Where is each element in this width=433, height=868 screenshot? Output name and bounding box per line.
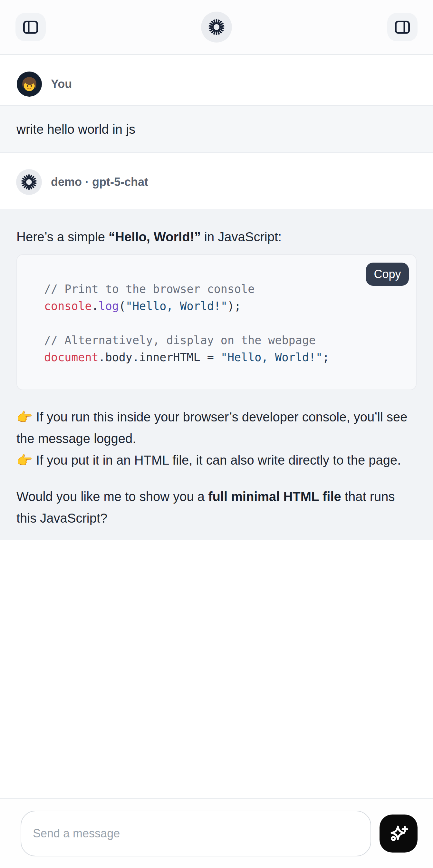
panel-left-icon <box>22 19 39 35</box>
assistant-message-body: Here’s a simple “Hello, World!” in JavaS… <box>0 209 433 540</box>
starburst-logo-icon <box>207 18 226 36</box>
assistant-author-label: demo · gpt-5-chat <box>51 175 148 189</box>
user-message-text: write hello world in js <box>17 120 135 138</box>
conversation: You write hello world in js demo · gpt-5… <box>0 55 433 540</box>
right-panel-toggle-button[interactable] <box>387 13 417 41</box>
user-message-bubble: write hello world in js <box>0 105 433 153</box>
code-line: // Print to the browser console <box>44 281 389 298</box>
code-line <box>44 315 389 332</box>
sidebar-toggle-button[interactable] <box>16 13 46 41</box>
panel-right-icon <box>394 19 411 35</box>
user-message-header: You <box>0 55 433 105</box>
code-content: // Print to the browser consoleconsole.l… <box>17 255 416 390</box>
top-bar <box>0 0 433 55</box>
person-emoji-icon <box>20 75 39 93</box>
code-line: // Alternatively, display on the webpage <box>44 332 389 349</box>
composer-bar <box>0 798 433 868</box>
copy-code-button[interactable]: Copy <box>366 262 409 286</box>
sparkle-send-button[interactable] <box>379 814 417 852</box>
sparkle-plus-icon <box>388 823 409 844</box>
app-logo-button[interactable] <box>201 11 232 42</box>
code-line: console.log("Hello, World!"); <box>44 298 389 315</box>
message-input[interactable] <box>21 811 371 857</box>
assistant-message: demo · gpt-5-chat Here’s a simple “Hello… <box>0 153 433 540</box>
code-block: Copy // Print to the browser consolecons… <box>17 254 416 390</box>
code-line: document.body.innerHTML = "Hello, World!… <box>44 349 389 366</box>
assistant-message-header: demo · gpt-5-chat <box>0 153 433 209</box>
user-message: You write hello world in js <box>0 55 433 153</box>
assistant-paragraph: 👉 If you run this inside your browser’s … <box>17 406 416 450</box>
assistant-paragraph: Would you like me to show you a full min… <box>17 486 416 529</box>
empty-scroll-area <box>0 540 433 798</box>
assistant-avatar <box>16 169 42 195</box>
user-author-label: You <box>51 77 72 91</box>
user-avatar <box>17 71 42 97</box>
assistant-paragraph: 👉 If you put it in an HTML file, it can … <box>17 450 416 471</box>
chat-app: You write hello world in js demo · gpt-5… <box>0 0 433 868</box>
assistant-paragraphs: 👉 If you run this inside your browser’s … <box>17 406 416 529</box>
assistant-intro: Here’s a simple “Hello, World!” in JavaS… <box>17 228 416 246</box>
starburst-avatar-icon <box>20 173 38 191</box>
